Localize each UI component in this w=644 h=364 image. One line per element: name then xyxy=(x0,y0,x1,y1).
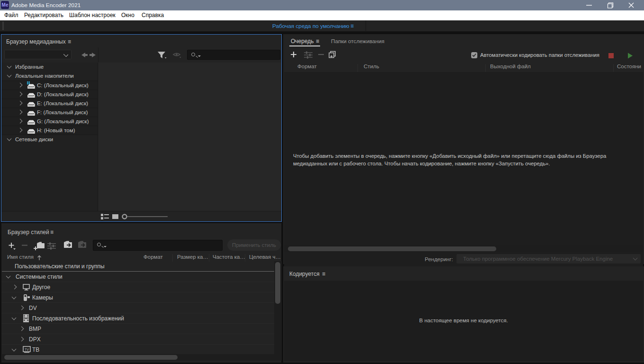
svg-text:TV: TV xyxy=(25,348,29,351)
